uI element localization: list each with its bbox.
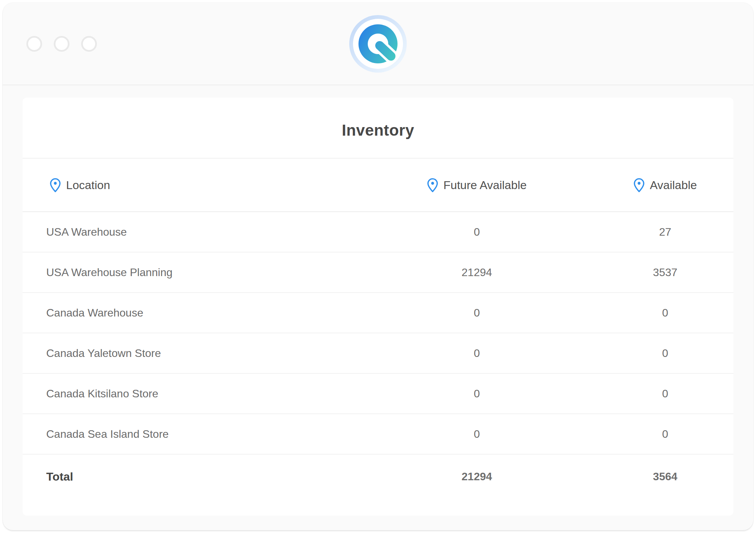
row-location: Canada Kitsilano Store (23, 387, 357, 400)
inventory-card: Inventory Location (23, 98, 733, 516)
app-logo (349, 15, 407, 73)
row-location: Canada Yaletown Store (23, 347, 357, 360)
row-future-available: 21294 (357, 266, 597, 279)
page-title: Inventory (342, 121, 414, 139)
column-header-label: Available (650, 178, 697, 192)
table-row: Canada Sea Island Store 0 0 (23, 414, 733, 455)
window-control-dot[interactable] (26, 36, 42, 52)
window-control-dot[interactable] (54, 36, 70, 52)
row-future-available: 0 (357, 307, 597, 319)
row-available: 0 (597, 307, 733, 319)
table-row: Canada Yaletown Store 0 0 (23, 333, 733, 374)
q-logo-icon (349, 15, 407, 73)
column-header-available: Available (597, 178, 733, 192)
total-available: 3564 (597, 470, 733, 483)
row-future-available: 0 (357, 428, 597, 441)
column-header-location: Location (23, 178, 357, 192)
row-available: 3537 (597, 266, 733, 279)
column-header-label: Location (66, 178, 110, 192)
row-location: USA Warehouse Planning (23, 266, 357, 279)
row-available: 0 (597, 347, 733, 360)
location-pin-icon (427, 178, 438, 192)
row-future-available: 0 (357, 347, 597, 360)
window-controls (26, 3, 97, 85)
column-header-future-available: Future Available (357, 178, 597, 192)
table-row: Canada Kitsilano Store 0 0 (23, 374, 733, 414)
row-future-available: 0 (357, 226, 597, 238)
row-available: 0 (597, 428, 733, 441)
row-location: Canada Sea Island Store (23, 428, 357, 441)
location-pin-icon (633, 178, 645, 192)
row-location: Canada Warehouse (23, 307, 357, 319)
table-row: Canada Warehouse 0 0 (23, 293, 733, 333)
window-titlebar (3, 3, 753, 85)
row-available: 0 (597, 387, 733, 400)
card-title-bar: Inventory (23, 98, 733, 159)
row-available: 27 (597, 226, 733, 238)
window-control-dot[interactable] (81, 36, 97, 52)
total-label: Total (23, 470, 357, 483)
screenshot-stage: Inventory Location (0, 0, 756, 533)
column-header-label: Future Available (443, 178, 527, 192)
total-future-available: 21294 (357, 470, 597, 483)
app-window: Inventory Location (3, 3, 753, 530)
row-location: USA Warehouse (23, 226, 357, 238)
table-row: USA Warehouse 0 27 (23, 212, 733, 252)
table-row: USA Warehouse Planning 21294 3537 (23, 252, 733, 293)
table-total-row: Total 21294 3564 (23, 455, 733, 498)
table-header-row: Location Future Available (23, 159, 733, 212)
location-pin-icon (50, 178, 61, 192)
row-future-available: 0 (357, 387, 597, 400)
